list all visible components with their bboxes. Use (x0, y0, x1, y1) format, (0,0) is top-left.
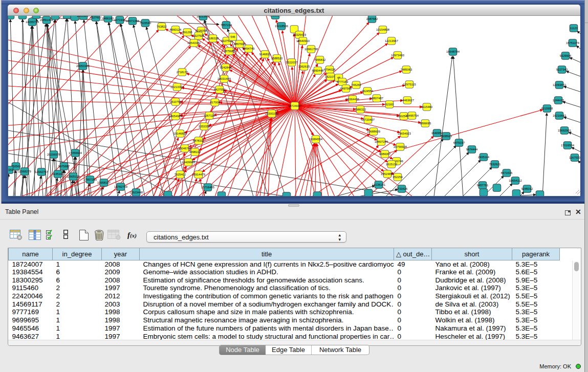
svg-text:15751074: 15751074 (566, 41, 580, 45)
svg-text:9115460: 9115460 (421, 105, 432, 108)
svg-text:16033809: 16033809 (197, 16, 210, 18)
svg-text:13524851: 13524851 (381, 172, 394, 176)
svg-text:8454749: 8454749 (243, 47, 255, 50)
svg-text:20206578: 20206578 (47, 153, 60, 156)
svg-text:8990448: 8990448 (312, 69, 324, 72)
svg-text:16671355: 16671355 (126, 19, 139, 23)
svg-text:12975115: 12975115 (403, 83, 416, 86)
svg-text:12213967: 12213967 (385, 39, 398, 42)
svg-text:12213303: 12213303 (170, 85, 184, 89)
svg-text:10653267: 10653267 (77, 16, 90, 17)
svg-text:10958107: 10958107 (97, 181, 111, 184)
svg-text:6466160: 6466160 (102, 17, 114, 20)
svg-text:10807487: 10807487 (370, 97, 383, 100)
svg-text:1615132: 1615132 (386, 163, 398, 166)
svg-text:763822: 763822 (157, 25, 166, 28)
svg-text:9084067: 9084067 (379, 152, 391, 156)
svg-text:9146821: 9146821 (259, 53, 271, 56)
svg-text:7625402: 7625402 (175, 173, 186, 176)
svg-text:8938923: 8938923 (441, 135, 452, 138)
svg-text:3875685: 3875685 (224, 50, 235, 53)
svg-text:9474444: 9474444 (466, 148, 478, 151)
svg-text:8215958: 8215958 (541, 107, 553, 110)
svg-text:817004: 817004 (210, 101, 220, 104)
svg-text:10654112: 10654112 (509, 179, 521, 182)
svg-text:5322037: 5322037 (286, 61, 298, 64)
svg-text:12093872: 12093872 (553, 83, 566, 86)
svg-text:19218506: 19218506 (275, 25, 288, 28)
svg-text:9777169: 9777169 (337, 80, 349, 83)
svg-text:746266: 746266 (351, 83, 361, 86)
svg-text:9457791: 9457791 (477, 184, 489, 187)
svg-text:8186328: 8186328 (207, 37, 219, 40)
svg-text:16409948: 16409948 (182, 161, 195, 164)
svg-text:8427552: 8427552 (214, 88, 226, 91)
svg-text:891295: 891295 (182, 31, 192, 34)
svg-text:2718170: 2718170 (177, 71, 188, 74)
svg-text:18640910: 18640910 (296, 39, 310, 42)
svg-text:9329906: 9329906 (560, 54, 572, 57)
svg-text:8660124: 8660124 (170, 28, 182, 31)
svg-text:9242848: 9242848 (220, 66, 232, 69)
svg-text:12923448: 12923448 (129, 191, 143, 194)
svg-text:25300203: 25300203 (265, 112, 278, 115)
svg-text:4498222: 4498222 (189, 150, 201, 154)
svg-text:15716485: 15716485 (201, 186, 214, 189)
svg-text:62160: 62160 (385, 103, 394, 106)
svg-text:1071915: 1071915 (114, 18, 126, 21)
svg-text:9227343: 9227343 (556, 68, 568, 71)
svg-text:7986322: 7986322 (355, 108, 366, 111)
svg-text:1244415: 1244415 (553, 99, 564, 102)
svg-text:352254: 352254 (393, 176, 403, 179)
svg-text:546: 546 (230, 35, 235, 38)
svg-text:15692901: 15692901 (558, 129, 571, 132)
svg-text:28031449: 28031449 (217, 77, 231, 80)
svg-text:10973493: 10973493 (391, 54, 404, 57)
svg-text:2935114: 2935114 (478, 156, 490, 159)
svg-text:1145193: 1145193 (52, 172, 63, 176)
svg-text:9245012: 9245012 (521, 187, 533, 190)
svg-text:16914479: 16914479 (192, 173, 205, 176)
svg-text:1362615: 1362615 (298, 65, 310, 68)
svg-text:6479197: 6479197 (453, 141, 465, 144)
svg-text:9327505: 9327505 (193, 34, 205, 37)
svg-text:1588520: 1588520 (271, 57, 283, 60)
svg-text:16782759: 16782759 (114, 185, 127, 188)
svg-text:6899695: 6899695 (420, 122, 431, 125)
svg-text:1167533: 1167533 (569, 156, 580, 159)
svg-text:16648784: 16648784 (446, 50, 460, 53)
svg-text:20364436: 20364436 (346, 98, 359, 101)
svg-text:8471636: 8471636 (501, 171, 513, 174)
svg-text:7955812: 7955812 (314, 58, 326, 61)
svg-text:10154808: 10154808 (376, 28, 389, 31)
svg-text:5226058: 5226058 (195, 29, 207, 32)
svg-text:17359924: 17359924 (69, 151, 82, 155)
svg-text:2867608: 2867608 (234, 42, 246, 46)
svg-text:7857224: 7857224 (221, 24, 232, 27)
svg-text:11123: 11123 (570, 27, 577, 30)
svg-text:10046768: 10046768 (178, 147, 191, 150)
svg-text:8813054: 8813054 (270, 16, 281, 17)
svg-text:6497568: 6497568 (340, 87, 352, 90)
svg-text:18807249: 18807249 (375, 140, 388, 143)
svg-text:20053346: 20053346 (76, 64, 90, 68)
svg-text:19384554: 19384554 (309, 138, 323, 141)
svg-text:14463627: 14463627 (401, 99, 414, 102)
svg-text:20891406: 20891406 (40, 18, 53, 21)
svg-text:7632621: 7632621 (489, 163, 501, 166)
svg-text:1527602: 1527602 (90, 16, 102, 19)
svg-text:1610755: 1610755 (170, 100, 182, 103)
svg-text:12942757: 12942757 (35, 170, 48, 173)
svg-text:17016504: 17016504 (561, 144, 575, 147)
svg-text:2087682: 2087682 (366, 17, 378, 20)
svg-text:7485063: 7485063 (401, 68, 412, 71)
svg-text:1353359: 1353359 (199, 125, 210, 128)
svg-text:6794028: 6794028 (324, 68, 336, 71)
svg-text:3267110: 3267110 (204, 114, 215, 117)
svg-text:19146825: 19146825 (173, 132, 187, 135)
svg-text:11568279: 11568279 (18, 170, 31, 173)
svg-text:10688609: 10688609 (367, 130, 380, 133)
svg-text:10543382: 10543382 (187, 41, 201, 45)
svg-text:12905135: 12905135 (67, 175, 80, 178)
svg-text:18724007: 18724007 (288, 104, 301, 107)
